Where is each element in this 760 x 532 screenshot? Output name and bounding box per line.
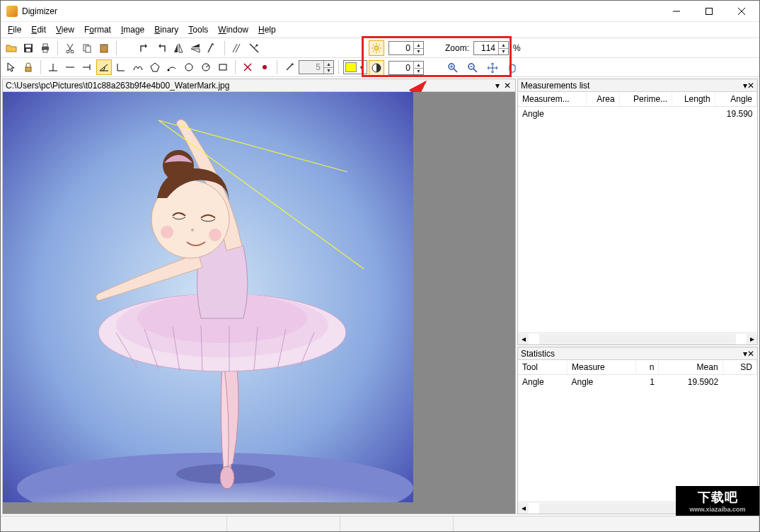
h-scrollbar[interactable]: ◂▸ bbox=[518, 332, 757, 345]
wand-icon[interactable] bbox=[282, 59, 297, 75]
close-icon[interactable]: ✕ bbox=[747, 349, 754, 359]
linewidth-spin[interactable]: ▲▼ bbox=[299, 60, 334, 74]
svg-rect-1 bbox=[706, 8, 713, 14]
contrast-icon[interactable] bbox=[369, 60, 384, 76]
close-icon[interactable]: ✕ bbox=[747, 81, 754, 91]
col-area[interactable]: Area bbox=[586, 92, 619, 107]
col-length[interactable]: Length bbox=[672, 92, 715, 107]
paste-icon[interactable] bbox=[96, 40, 112, 56]
zoom-spin[interactable]: ▲▼ bbox=[473, 41, 509, 55]
col-measure[interactable]: Measure bbox=[568, 360, 636, 375]
col-measurement[interactable]: Measurem... bbox=[518, 92, 586, 107]
close-button[interactable] bbox=[725, 1, 758, 22]
measurements-title: Measurements list bbox=[521, 81, 589, 91]
perp-icon[interactable] bbox=[45, 59, 61, 75]
rotate-right-icon[interactable] bbox=[154, 40, 169, 56]
center-icon[interactable] bbox=[198, 59, 214, 75]
copy-icon[interactable] bbox=[79, 40, 95, 56]
svg-point-41 bbox=[168, 69, 170, 71]
image-content bbox=[3, 92, 413, 502]
col-sd[interactable]: SD bbox=[722, 360, 756, 375]
zoom-up[interactable]: ▲ bbox=[499, 42, 508, 49]
point-icon[interactable] bbox=[257, 59, 272, 75]
svg-point-42 bbox=[185, 64, 192, 71]
col-mean[interactable]: Mean bbox=[659, 360, 722, 375]
save-icon[interactable] bbox=[21, 40, 36, 56]
line-icon[interactable] bbox=[62, 59, 78, 75]
zoom-out-icon[interactable] bbox=[465, 60, 480, 76]
crop-icon[interactable] bbox=[246, 40, 262, 56]
zoom-down[interactable]: ▼ bbox=[499, 49, 508, 55]
pan-icon[interactable] bbox=[485, 60, 500, 76]
watermark-badge: 下载吧 www.xiazaiba.com bbox=[676, 486, 759, 516]
angle-icon[interactable] bbox=[96, 59, 112, 75]
minimize-button[interactable] bbox=[660, 1, 693, 22]
linewidth-input[interactable] bbox=[299, 62, 323, 72]
toolbar-1: ▲▼ Zoom: ▲▼ % bbox=[1, 37, 759, 57]
col-perimeter[interactable]: Perime... bbox=[619, 92, 672, 107]
rotate-left-icon[interactable] bbox=[137, 40, 152, 56]
cut-icon[interactable] bbox=[62, 40, 78, 56]
menu-help[interactable]: Help bbox=[254, 23, 280, 36]
svg-rect-9 bbox=[43, 50, 47, 52]
statistics-title: Statistics bbox=[521, 349, 555, 359]
right-angle-icon[interactable] bbox=[113, 59, 129, 75]
svg-line-28 bbox=[373, 45, 374, 46]
brightness-spin[interactable]: ▲▼ bbox=[388, 41, 424, 55]
polygon-icon[interactable] bbox=[147, 59, 163, 75]
measurements-table[interactable]: Measurem... Area Perime... Length Angle … bbox=[518, 92, 757, 121]
maximize-button[interactable] bbox=[693, 1, 725, 22]
watermark-url: www.xiazaiba.com bbox=[689, 506, 745, 513]
hand-icon[interactable] bbox=[505, 60, 520, 76]
menu-binary[interactable]: Binary bbox=[150, 23, 183, 36]
table-row[interactable]: Angle Angle 1 19.5902 bbox=[518, 375, 757, 390]
menu-file[interactable]: File bbox=[4, 23, 25, 36]
brightness-icon[interactable] bbox=[369, 40, 384, 56]
zoom-input[interactable] bbox=[474, 43, 498, 53]
zoom-in-icon[interactable] bbox=[445, 60, 461, 76]
col-tool[interactable]: Tool bbox=[518, 360, 568, 375]
menu-image[interactable]: Image bbox=[117, 23, 149, 36]
contrast-up[interactable]: ▲ bbox=[414, 62, 423, 69]
color-combo[interactable]: ▾ bbox=[343, 60, 367, 74]
svg-point-22 bbox=[256, 44, 258, 46]
flip-vertical-icon[interactable] bbox=[188, 40, 203, 56]
menu-format[interactable]: Format bbox=[80, 23, 115, 36]
print-icon[interactable] bbox=[38, 40, 53, 56]
line-end-icon[interactable] bbox=[79, 59, 95, 75]
col-angle[interactable]: Angle bbox=[715, 92, 756, 107]
brightness-down[interactable]: ▼ bbox=[414, 49, 423, 55]
col-n[interactable]: n bbox=[636, 360, 659, 375]
pointer-icon[interactable] bbox=[4, 59, 19, 75]
close-icon[interactable]: ✕ bbox=[502, 81, 512, 91]
menu-view[interactable]: View bbox=[52, 23, 79, 36]
polyline-icon[interactable] bbox=[130, 59, 146, 75]
arc-icon[interactable] bbox=[164, 59, 180, 75]
contrast-spin[interactable]: ▲▼ bbox=[388, 61, 424, 75]
rotate-free-icon[interactable] bbox=[205, 40, 220, 56]
statistics-table[interactable]: Tool Measure n Mean SD Angle Angle 1 19.… bbox=[518, 360, 757, 389]
deskew-icon[interactable] bbox=[229, 40, 245, 56]
menu-tools[interactable]: Tools bbox=[184, 23, 212, 36]
contrast-input[interactable] bbox=[389, 63, 413, 73]
dropdown-icon[interactable]: ▾ bbox=[493, 81, 502, 91]
rectangle-icon[interactable] bbox=[215, 59, 231, 75]
contrast-down[interactable]: ▼ bbox=[414, 69, 423, 75]
svg-point-23 bbox=[374, 46, 379, 50]
titlebar: Digimizer bbox=[1, 1, 759, 22]
linewidth-down[interactable]: ▼ bbox=[324, 68, 333, 74]
svg-point-77 bbox=[163, 150, 194, 181]
brightness-input[interactable] bbox=[389, 43, 413, 53]
menu-edit[interactable]: Edit bbox=[27, 23, 50, 36]
open-icon[interactable] bbox=[4, 40, 19, 56]
canvas[interactable] bbox=[3, 92, 515, 514]
flip-horizontal-icon[interactable] bbox=[171, 40, 186, 56]
lock-icon[interactable] bbox=[21, 59, 36, 75]
linewidth-up[interactable]: ▲ bbox=[324, 61, 333, 68]
table-row[interactable]: Angle 19.590 bbox=[518, 107, 757, 122]
chevron-down-icon[interactable]: ▾ bbox=[357, 64, 367, 71]
brightness-up[interactable]: ▲ bbox=[414, 42, 423, 49]
circle-icon[interactable] bbox=[181, 59, 197, 75]
menu-window[interactable]: Window bbox=[214, 23, 253, 36]
cross-icon[interactable] bbox=[240, 59, 255, 75]
